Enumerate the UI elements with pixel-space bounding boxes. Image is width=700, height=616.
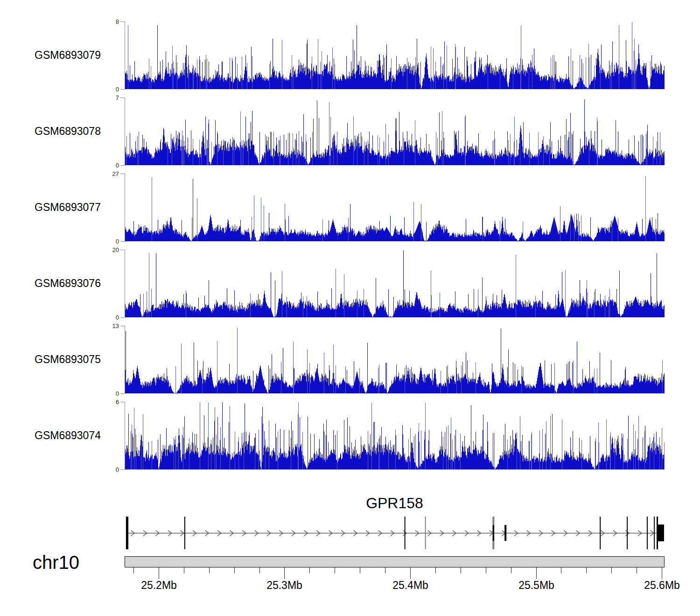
gene-exon (504, 525, 506, 541)
y-axis-max-label: 27 (112, 170, 119, 177)
strand-arrow-icon (564, 531, 567, 536)
strand-arrow-icon (255, 531, 259, 536)
gene-exon (492, 517, 494, 549)
strand-arrow-icon (193, 531, 196, 536)
y-axis-zero-label: 0 (116, 162, 119, 169)
strand-arrow-icon (267, 531, 271, 536)
coverage-signal-canvas (125, 21, 665, 89)
strand-arrow-icon (403, 531, 407, 536)
gene-exon (126, 517, 128, 549)
chromosome-label: chr10 (33, 552, 79, 573)
strand-arrow-icon (638, 531, 642, 536)
track-label: GSM6893076 (35, 277, 101, 290)
strand-arrow-icon (428, 531, 432, 536)
gene-exon (405, 517, 406, 549)
strand-arrow-icon (131, 531, 135, 536)
strand-arrow-icon (453, 531, 456, 536)
strand-arrow-icon (156, 531, 160, 536)
strand-arrow-icon (490, 531, 493, 536)
track-label: GSM6893074 (35, 429, 101, 442)
coverage-signal-canvas (125, 402, 665, 469)
strand-arrow-icon (230, 531, 234, 536)
gene-exon (600, 517, 601, 549)
strand-arrow-icon (242, 531, 246, 536)
y-axis-max-label: 20 (112, 246, 119, 253)
y-axis-max-label: 8 (116, 18, 119, 25)
coverage-figure: 80702702001306025.2Mb25.3Mb25.4Mb25.5Mb2… (0, 0, 700, 616)
y-axis-max-label: 6 (116, 399, 119, 406)
strand-arrow-icon (292, 531, 295, 536)
strand-arrow-icon (651, 531, 654, 536)
y-axis-zero-label: 0 (116, 238, 119, 245)
y-axis-zero-label: 0 (116, 314, 119, 321)
y-axis-max-label: 13 (112, 322, 119, 329)
axis-tick-label: 25.6Mb (644, 579, 680, 591)
strand-arrow-icon (502, 531, 506, 536)
gene-exon (425, 517, 426, 549)
gene-exon (654, 517, 655, 549)
strand-arrow-icon (601, 531, 605, 536)
y-axis-max-label: 7 (116, 94, 119, 101)
strand-arrow-icon (378, 531, 382, 536)
strand-arrow-icon (613, 531, 617, 536)
strand-arrow-icon (329, 531, 333, 536)
y-axis-zero-label: 0 (116, 466, 119, 473)
strand-arrow-icon (415, 531, 419, 536)
y-axis-zero-label: 0 (116, 390, 119, 397)
coverage-signal-canvas (125, 326, 665, 393)
strand-arrow-icon (588, 531, 592, 536)
gene-exon (627, 517, 628, 549)
strand-arrow-icon (626, 531, 630, 536)
axis-tick-label: 25.3Mb (266, 579, 302, 591)
strand-arrow-icon (552, 531, 555, 536)
strand-arrow-icon (181, 531, 184, 536)
strand-arrow-icon (341, 531, 345, 536)
strand-arrow-icon (168, 531, 172, 536)
strand-arrow-icon (576, 531, 580, 536)
gene-exon (647, 517, 648, 549)
strand-arrow-icon (440, 531, 444, 536)
strand-arrow-icon (280, 531, 283, 536)
strand-arrow-icon (527, 531, 531, 536)
strand-arrow-icon (514, 531, 518, 536)
strand-arrow-icon (316, 531, 320, 536)
strand-arrow-icon (354, 531, 357, 536)
track-label: GSM6893077 (35, 201, 101, 214)
gene-exon (658, 525, 664, 541)
strand-arrow-icon (465, 531, 469, 536)
track-label: GSM6893079 (35, 49, 101, 62)
axis-tick-label: 25.5Mb (518, 579, 554, 591)
strand-arrow-icon (205, 531, 209, 536)
strand-arrow-icon (539, 531, 543, 536)
strand-arrow-icon (477, 531, 481, 536)
coverage-signal-canvas (125, 250, 665, 317)
track-label: GSM6893078 (35, 125, 101, 138)
strand-arrow-icon (366, 531, 370, 536)
gene-title: GPR158 (125, 495, 665, 512)
coverage-signal-canvas (125, 174, 665, 241)
axis-tick-label: 25.2Mb (141, 579, 177, 591)
strand-arrow-icon (304, 531, 308, 536)
strand-arrow-icon (391, 531, 394, 536)
strand-arrow-icon (217, 531, 221, 536)
ideogram-bar (125, 557, 665, 567)
coverage-signal-canvas (125, 98, 665, 165)
gene-exon (493, 525, 494, 541)
gene-exon (657, 517, 658, 549)
y-axis-zero-label: 0 (116, 86, 119, 93)
track-label: GSM6893075 (35, 353, 101, 366)
axis-tick-label: 25.4Mb (392, 579, 428, 591)
strand-arrow-icon (143, 531, 147, 536)
gene-exon (184, 517, 185, 549)
